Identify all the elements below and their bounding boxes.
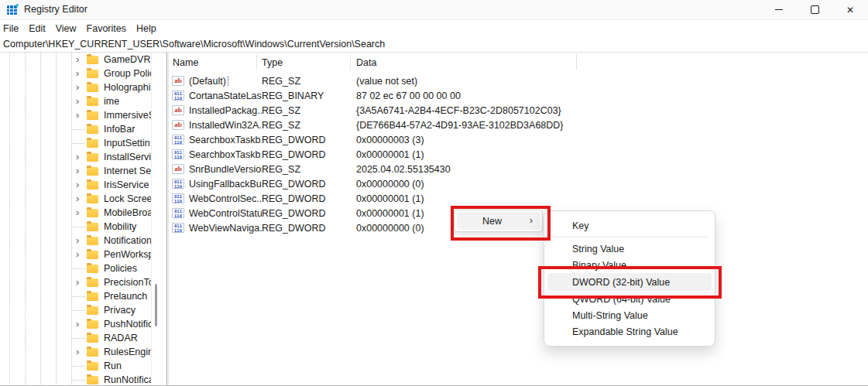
tree-item-run[interactable]: Run [0, 359, 151, 373]
registry-editor-icon [7, 4, 19, 15]
chevron-right-icon[interactable]: › [76, 179, 85, 191]
menu-edit[interactable]: Edit [29, 23, 46, 34]
chevron-right-icon[interactable]: › [76, 165, 85, 177]
value-row-usingfallback[interactable]: 011110 UsingFallbackBu... REG_DWORD 0x00… [169, 176, 868, 191]
column-divider[interactable] [350, 54, 351, 70]
chevron-right-icon[interactable]: › [76, 207, 85, 219]
folder-icon [87, 320, 98, 329]
value-data: 0x00000003 (3) [356, 135, 868, 145]
value-row-searchboxtaskbar2[interactable]: 011110 SearchboxTaskb... REG_DWORD 0x000… [169, 147, 868, 162]
value-type: REG_SZ [262, 164, 356, 175]
column-header-type[interactable]: Type [262, 57, 283, 68]
folder-icon [87, 84, 98, 92]
tree-item-holographic[interactable]: ›Holographi [0, 80, 151, 94]
tree-item-irisservice[interactable]: ›IrisService [0, 178, 151, 192]
tree-item-gamedvr[interactable]: ›GameDVR [0, 53, 151, 67]
value-data: 0x00000001 (1) [356, 149, 868, 160]
chevron-right-icon[interactable]: › [76, 193, 85, 205]
submenu-item-expandable-string-value[interactable]: Expandable String Value [547, 323, 712, 340]
tree-item-precisiontouchpad[interactable]: ›PrecisionTo [0, 275, 151, 289]
menu-file[interactable]: File [3, 23, 19, 34]
chevron-right-icon[interactable]: › [76, 346, 85, 358]
value-row-snrbundleversion[interactable]: ab SnrBundleVersion REG_SZ 2025.04.02.55… [169, 162, 868, 176]
chevron-right-icon[interactable]: › [76, 276, 85, 289]
tree-item-runnotifications[interactable]: RunNotifica [0, 373, 151, 386]
tree-item-internet-settings[interactable]: ›Internet Set [0, 164, 151, 178]
chevron-right-icon[interactable]: › [76, 151, 85, 163]
chevron-right-icon[interactable]: › [76, 318, 85, 330]
tree-item-ime[interactable]: ›ime [0, 94, 151, 108]
folder-icon [87, 376, 98, 384]
tree-item-label: RulesEngin [104, 347, 151, 357]
tree-item-mobilebroadband[interactable]: ›MobileBroa [0, 206, 151, 220]
tree-item-installservice[interactable]: ›InstallServic [0, 150, 151, 164]
dotted-connector [72, 296, 85, 297]
folder-icon [87, 265, 98, 273]
menu-favorites[interactable]: Favorites [87, 23, 126, 34]
submenu-item-string-value[interactable]: String Value [547, 241, 712, 257]
tree-item-immersiveshell[interactable]: ›ImmersiveS [0, 108, 151, 122]
tree-item-lock-screen[interactable]: ›Lock Screen [0, 192, 151, 206]
menu-help[interactable]: Help [136, 23, 156, 34]
tree-item-label: Run [104, 360, 122, 371]
window-title: Registry Editor [24, 4, 87, 15]
tree-item-rulesengine[interactable]: ›RulesEngin [0, 345, 151, 359]
value-row-installedpackages[interactable]: ab InstalledPackag... REG_SZ {3A5A6741-A… [169, 103, 868, 118]
folder-icon [87, 56, 98, 64]
tree-item-mobility[interactable]: Mobility [0, 220, 151, 234]
chevron-right-icon[interactable]: › [76, 53, 85, 66]
dotted-connector [72, 338, 85, 339]
chevron-right-icon[interactable]: › [76, 248, 85, 261]
tree-item-label: Internet Set [104, 166, 151, 176]
chevron-right-icon[interactable]: › [76, 67, 85, 80]
menu-view[interactable]: View [56, 23, 77, 34]
value-name: SearchboxTaskb... [187, 149, 262, 160]
value-data: {3A5A6741-A2B4-4ECF-B23C-2D8057102C03} [356, 105, 868, 116]
tree-item-label: InputSettin [104, 138, 150, 149]
submenu-item-label: Multi-String Value [572, 310, 648, 321]
tree-scrollbar-track[interactable] [151, 53, 152, 386]
column-header-data[interactable]: Data [356, 57, 376, 68]
dword-value-icon: 011110 [172, 135, 184, 145]
folder-icon [87, 111, 98, 120]
pane-divider[interactable] [166, 53, 167, 386]
chevron-right-icon[interactable]: › [76, 81, 85, 94]
submenu-item-multi-string-value[interactable]: Multi-String Value [547, 307, 712, 323]
address-bar[interactable]: Computer\HKEY_CURRENT_USER\Software\Micr… [0, 36, 868, 53]
close-button[interactable]: ✕ [832, 0, 868, 19]
column-divider[interactable] [576, 54, 577, 70]
registry-editor-window: Registry Editor ✕ File Edit View Favorit… [0, 0, 868, 386]
registry-dot-glyph [15, 4, 19, 7]
tree-item-privacy[interactable]: Privacy [0, 303, 151, 317]
column-header-name[interactable]: Name [173, 57, 198, 68]
tree-item-group-policy[interactable]: ›Group Polic [0, 67, 151, 80]
tree-item-pushnotifications[interactable]: ›PushNotific [0, 317, 151, 331]
value-row-searchboxtaskbar1[interactable]: 011110 SearchboxTaskb... REG_DWORD 0x000… [169, 132, 868, 147]
value-row-cortanastate[interactable]: 011110 CortanaStateLas... REG_BINARY 87 … [169, 88, 868, 103]
dword-value-icon: 011110 [172, 179, 184, 189]
value-row-webcontrolsec[interactable]: 011110 WebControlSec... REG_DWORD 0x0000… [169, 191, 868, 206]
tree-item-label: Mobility [104, 221, 136, 232]
value-data: (value not set) [356, 76, 868, 87]
tree-item-radar[interactable]: RADAR [0, 331, 151, 345]
tree-item-infobar[interactable]: InfoBar [0, 122, 151, 136]
chevron-right-icon[interactable]: › [76, 234, 85, 247]
submenu-item-key[interactable]: Key [547, 217, 712, 234]
tree-item-inputsettings[interactable]: InputSettin [0, 136, 151, 150]
tree-item-notifications[interactable]: ›Notification [0, 234, 151, 248]
chevron-right-icon[interactable]: › [76, 109, 85, 121]
value-row-installedwin32[interactable]: ab InstalledWin32A... REG_SZ {DE766B44-5… [169, 118, 868, 132]
maximize-icon [811, 5, 819, 14]
chevron-right-icon[interactable]: › [76, 95, 85, 108]
minimize-button[interactable] [761, 0, 797, 19]
tree-item-policies[interactable]: Policies [0, 261, 151, 275]
tree-item-penworkspace[interactable]: ›PenWorksp [0, 248, 151, 261]
maximize-button[interactable] [797, 0, 832, 19]
tree-scrollbar-thumb[interactable] [155, 284, 157, 326]
value-type: REG_SZ [262, 76, 356, 87]
value-name: SearchboxTaskb... [187, 135, 262, 145]
column-divider[interactable] [256, 54, 257, 70]
folder-icon [87, 97, 98, 106]
tree-item-prelaunch[interactable]: Prelaunch [0, 289, 151, 303]
value-row-default[interactable]: ab (Default) REG_SZ (value not set) [169, 73, 868, 88]
